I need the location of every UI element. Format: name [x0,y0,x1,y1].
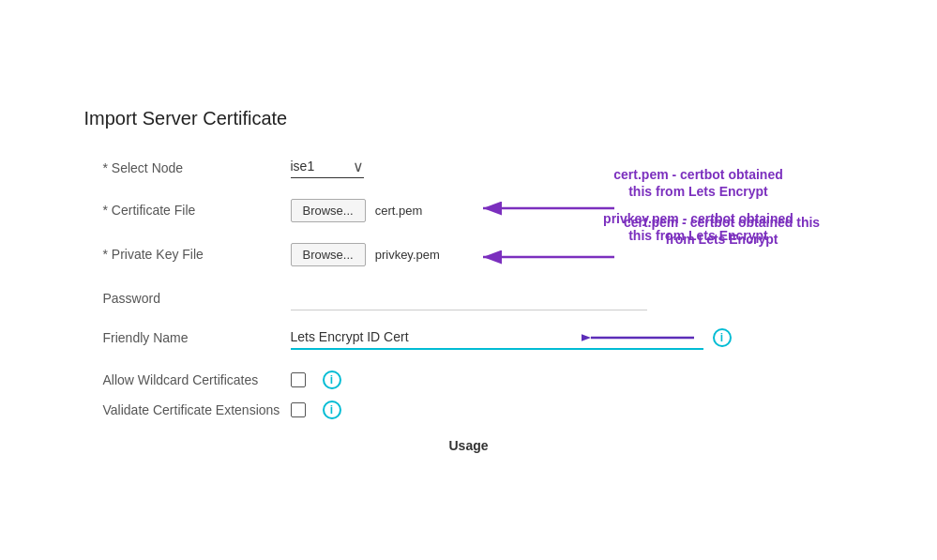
page-title: Import Server Certificate [84,108,854,129]
chevron-down-icon: ∨ [353,158,364,175]
node-select-value: ise1 [291,159,347,174]
private-key-control: Browse... privkey.pem [291,243,440,266]
validate-extensions-control: i [291,401,341,419]
node-select-wrapper[interactable]: ise1 ∨ [291,158,364,178]
privkey-browse-button[interactable]: Browse... [291,243,366,266]
certificate-file-row: * Certificate File Browse... cert.pem ce… [84,199,854,222]
select-node-label: * Select Node [84,160,291,175]
friendly-name-wrapper: i [291,325,732,350]
select-node-row: * Select Node ise1 ∨ cert.pem - certbot … [84,158,854,178]
password-input[interactable] [291,287,647,310]
friendly-name-label: Friendly Name [84,330,291,345]
allow-wildcard-control: i [291,371,341,389]
validate-extensions-info-icon[interactable]: i [323,401,341,419]
friendly-name-info-icon[interactable]: i [713,328,732,347]
password-control [291,287,647,310]
friendly-name-control: i [291,325,732,350]
cert-file-name: cert.pem [375,204,423,218]
friendly-name-arrow-icon [582,326,703,349]
validate-extensions-checkbox[interactable] [291,402,306,417]
usage-title: Usage [448,438,488,453]
allow-wildcard-row: Allow Wildcard Certificates i [84,371,854,389]
privkey-arrow-icon [474,238,624,276]
private-key-label: * Private Key File [84,247,291,262]
usage-section: Usage [84,438,854,453]
import-cert-form: Import Server Certificate * Select Node … [47,80,891,481]
cert-arrow-icon [474,189,624,227]
friendly-name-row: Friendly Name i [84,325,854,350]
privkey-file-name: privkey.pem [375,248,440,262]
cert-file-label: * Certificate File [84,203,291,218]
validate-extensions-label: Validate Certificate Extensions [84,402,291,417]
password-row: Password [84,287,854,310]
allow-wildcard-info-icon[interactable]: i [323,371,341,389]
password-label: Password [84,291,291,306]
private-key-row: * Private Key File Browse... privkey.pem… [84,243,854,266]
select-node-control: ise1 ∨ [291,158,364,178]
cert-file-control: Browse... cert.pem [291,199,423,222]
allow-wildcard-checkbox[interactable] [291,372,306,387]
validate-extensions-row: Validate Certificate Extensions i [84,401,854,419]
cert-browse-button[interactable]: Browse... [291,199,366,222]
allow-wildcard-label: Allow Wildcard Certificates [84,372,291,387]
